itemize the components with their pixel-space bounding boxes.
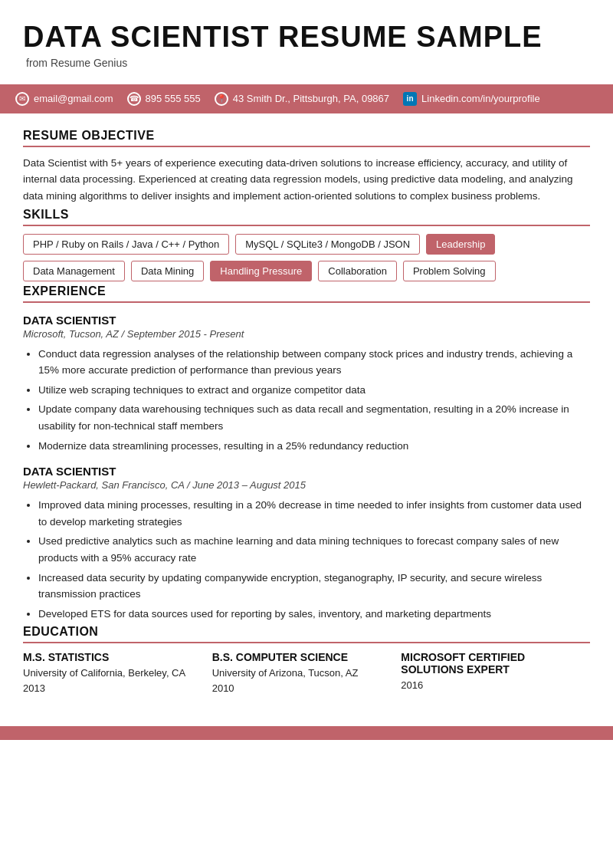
job-meta: Hewlett-Packard, San Francisco, CA / Jun… [23, 479, 590, 491]
address-text: 43 Smith Dr., Pittsburgh, PA, 09867 [233, 93, 389, 104]
job-bullets: Improved data mining processes, resultin… [23, 497, 590, 622]
experience-title: EXPERIENCE [23, 284, 590, 303]
bullet-item: Improved data mining processes, resultin… [38, 497, 590, 530]
jobs-container: DATA SCIENTISTMicrosoft, Tucson, AZ / Se… [23, 314, 590, 623]
skills-row: PHP / Ruby on Rails / Java / C++ / Pytho… [23, 234, 590, 281]
experience-section: EXPERIENCE DATA SCIENTISTMicrosoft, Tucs… [23, 284, 590, 623]
bullet-item: Conduct data regression analyses of the … [38, 346, 590, 379]
subtitle: from Resume Genius [26, 57, 590, 69]
skill-tag: Data Management [23, 261, 125, 281]
edu-degree: B.S. COMPUTER SCIENCE [212, 651, 394, 663]
contact-phone: ☎ 895 555 555 [127, 92, 201, 106]
skill-tag: PHP / Ruby on Rails / Java / C++ / Pytho… [23, 234, 229, 255]
contact-email: ✉ email@gmail.com [15, 92, 113, 106]
skills-section: SKILLS PHP / Ruby on Rails / Java / C++ … [23, 208, 590, 281]
job-meta: Microsoft, Tucson, AZ / September 2015 -… [23, 328, 590, 340]
phone-icon: ☎ [127, 92, 141, 106]
edu-detail: University of Arizona, Tucson, AZ 2010 [212, 666, 394, 695]
header: DATA SCIENTIST RESUME SAMPLE from Resume… [0, 0, 613, 77]
linkedin-text: Linkedin.com/in/yourprofile [421, 93, 540, 104]
bullet-item: Utilize web scraping techniques to extra… [38, 382, 590, 399]
main-content: RESUME OBJECTIVE Data Scientist with 5+ … [0, 113, 613, 712]
email-icon: ✉ [15, 92, 29, 106]
job-title: DATA SCIENTIST [23, 465, 590, 478]
bullet-item: Update company data warehousing techniqu… [38, 401, 590, 434]
bullet-item: Modernize data streamlining processes, r… [38, 438, 590, 455]
linkedin-icon: in [403, 92, 417, 106]
footer-bar [0, 726, 613, 740]
contact-linkedin: in Linkedin.com/in/yourprofile [403, 92, 540, 106]
skill-tag: MySQL / SQLite3 / MongoDB / JSON [235, 234, 420, 255]
objective-text: Data Scientist with 5+ years of experien… [23, 155, 590, 205]
objective-title: RESUME OBJECTIVE [23, 129, 590, 147]
main-title: DATA SCIENTIST RESUME SAMPLE [23, 21, 590, 54]
location-icon: 📍 [215, 92, 228, 106]
objective-section: RESUME OBJECTIVE Data Scientist with 5+ … [23, 129, 590, 205]
contact-address: 📍 43 Smith Dr., Pittsburgh, PA, 09867 [215, 92, 389, 106]
bullet-item: Increased data security by updating comp… [38, 570, 590, 603]
edu-detail: 2016 [401, 678, 582, 693]
skill-tag: Leadership [426, 234, 495, 255]
education-section: EDUCATION M.S. STATISTICSUniversity of C… [23, 625, 590, 695]
job-title: DATA SCIENTIST [23, 314, 590, 327]
edu-col: M.S. STATISTICSUniversity of California,… [23, 651, 212, 695]
skill-tag: Data Mining [131, 261, 204, 281]
edu-col: MICROSOFT CERTIFIED SOLUTIONS EXPERT2016 [401, 651, 590, 695]
contact-bar: ✉ email@gmail.com ☎ 895 555 555 📍 43 Smi… [0, 84, 613, 113]
job-entry: DATA SCIENTISTHewlett-Packard, San Franc… [23, 465, 590, 622]
edu-degree: M.S. STATISTICS [23, 651, 205, 663]
skill-tag: Collaboration [318, 261, 397, 281]
phone-text: 895 555 555 [146, 93, 201, 104]
job-entry: DATA SCIENTISTMicrosoft, Tucson, AZ / Se… [23, 314, 590, 455]
bullet-item: Used predictive analytics such as machin… [38, 533, 590, 566]
edu-col: B.S. COMPUTER SCIENCEUniversity of Arizo… [212, 651, 402, 695]
resume-wrapper: DATA SCIENTIST RESUME SAMPLE from Resume… [0, 0, 613, 740]
edu-degree: MICROSOFT CERTIFIED SOLUTIONS EXPERT [401, 651, 582, 676]
skills-title: SKILLS [23, 208, 590, 226]
email-text: email@gmail.com [34, 93, 113, 104]
education-grid: M.S. STATISTICSUniversity of California,… [23, 651, 590, 695]
skill-tag: Problem Solving [403, 261, 496, 281]
edu-detail: University of California, Berkeley, CA 2… [23, 666, 205, 695]
education-title: EDUCATION [23, 625, 590, 643]
job-bullets: Conduct data regression analyses of the … [23, 346, 590, 455]
bullet-item: Developed ETS for data sources used for … [38, 606, 590, 623]
skill-tag: Handling Pressure [210, 261, 312, 281]
